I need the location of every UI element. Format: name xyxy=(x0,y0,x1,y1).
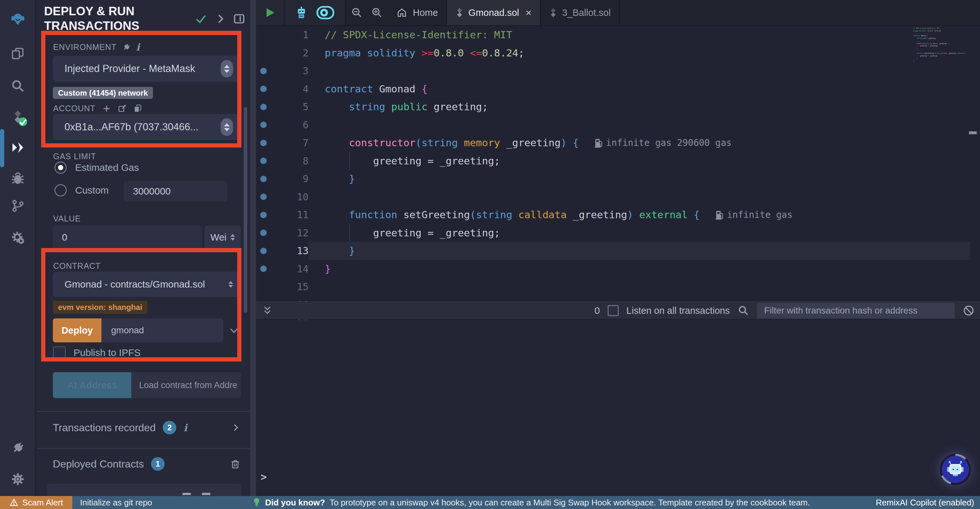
account-select[interactable]: 0xB1a...AF67b (7037.30466... xyxy=(53,114,241,140)
custom-gas-input[interactable]: 3000000 xyxy=(124,181,228,202)
gutter-dot-icon[interactable] xyxy=(256,68,271,74)
custom-gas-radio[interactable] xyxy=(54,184,67,196)
unit-updown-icon xyxy=(231,234,235,241)
tab-gmonad[interactable]: Gmonad.sol × xyxy=(447,0,541,25)
zoom-in-icon[interactable] xyxy=(371,7,383,19)
gutter-dot-icon[interactable] xyxy=(256,140,271,146)
panel-resize-handle[interactable] xyxy=(250,0,256,496)
code-editor[interactable]: 1// SPDX-License-Identifier: MIT2pragma … xyxy=(256,26,980,327)
line-number: 7 xyxy=(271,137,309,148)
file-explorer-icon[interactable] xyxy=(11,46,25,61)
code-line[interactable]: 14} xyxy=(256,260,980,278)
git-icon[interactable] xyxy=(11,199,25,213)
line-number: 4 xyxy=(271,83,309,95)
clear-console-icon[interactable] xyxy=(963,305,975,317)
line-number: 13 xyxy=(271,245,309,257)
settings-icon[interactable] xyxy=(11,472,25,486)
code-line[interactable]: 8 greeting = _greeting; xyxy=(256,152,980,170)
deploy-expand-chevron-icon[interactable] xyxy=(223,318,245,342)
gutter-dot-icon[interactable] xyxy=(256,265,271,272)
terminal-search-icon[interactable] xyxy=(738,305,749,316)
transactions-recorded-row[interactable]: Transactions recorded 2 i xyxy=(53,421,241,434)
zoom-out-icon[interactable] xyxy=(351,7,363,19)
gear-play-icon[interactable] xyxy=(11,230,25,245)
contract-updown-icon xyxy=(229,281,233,287)
git-init-status[interactable]: Initialize as git repo xyxy=(80,498,152,508)
transactions-expand-chevron[interactable] xyxy=(231,423,241,433)
at-address-input[interactable]: Load contract from Addre xyxy=(131,372,241,398)
panel-collapse-chevron[interactable] xyxy=(214,12,227,25)
remixai-assistant-button[interactable] xyxy=(940,454,971,485)
code-line[interactable]: 1// SPDX-License-Identifier: MIT xyxy=(256,26,980,44)
copy-account-icon[interactable] xyxy=(133,104,142,113)
code-line[interactable]: 13 } xyxy=(256,242,980,260)
line-number: 15 xyxy=(271,281,309,292)
gutter-dot-icon[interactable] xyxy=(256,193,271,200)
tab-ballot[interactable]: 3_Ballot.sol xyxy=(541,0,620,25)
deploy-button[interactable]: Deploy xyxy=(53,318,102,342)
code-line[interactable]: 9 } xyxy=(256,170,980,188)
environment-label: ENVIRONMENT xyxy=(53,43,117,52)
tab-home[interactable]: Home xyxy=(388,0,447,25)
gutter-dot-icon[interactable] xyxy=(256,248,271,254)
terminal-output[interactable]: > xyxy=(256,320,980,496)
debugger-icon[interactable] xyxy=(11,171,25,185)
deployed-contract-item[interactable] xyxy=(47,484,242,496)
value-unit-select[interactable]: Wei xyxy=(205,226,241,249)
at-address-button[interactable]: At Address xyxy=(53,372,131,398)
gutter-dot-icon[interactable] xyxy=(256,212,271,218)
plugin-manager-icon[interactable] xyxy=(11,441,25,455)
run-script-button[interactable] xyxy=(256,0,285,25)
edit-account-icon[interactable] xyxy=(118,104,127,113)
copilot-toggle-icon[interactable] xyxy=(316,6,334,19)
transactions-count-badge: 2 xyxy=(163,421,176,434)
copilot-status[interactable]: RemixAI Copilot (enabled) xyxy=(876,498,980,508)
value-label: VALUE xyxy=(53,214,81,223)
estimated-gas-radio[interactable] xyxy=(54,161,67,174)
code-line[interactable]: 7 constructor(string memory _greeting) {… xyxy=(256,134,980,152)
tx-filter-input[interactable]: Filter with transaction hash or address xyxy=(757,303,955,318)
home-icon xyxy=(397,8,407,18)
remixai-robot-icon[interactable] xyxy=(295,6,308,19)
environment-select[interactable]: Injected Provider - MetaMask xyxy=(53,56,241,82)
gutter-dot-icon[interactable] xyxy=(256,86,271,92)
search-icon[interactable] xyxy=(11,79,25,93)
value-input[interactable]: 0 xyxy=(53,226,202,249)
solidity-compiler-icon[interactable] xyxy=(11,110,25,124)
code-line[interactable]: 6 xyxy=(256,116,980,134)
code-line[interactable]: 5 string public greeting; xyxy=(256,98,980,116)
add-account-icon[interactable] xyxy=(102,104,111,113)
pin-panel-icon[interactable] xyxy=(233,12,246,25)
remix-logo[interactable] xyxy=(11,12,25,26)
expand-terminal-icon[interactable] xyxy=(262,305,273,316)
item-icon-fragment xyxy=(202,493,210,495)
code-line[interactable]: 10 xyxy=(256,188,980,206)
code-line[interactable]: 11 function setGreeting(string calldata … xyxy=(256,206,980,224)
scam-alert-button[interactable]: Scam Alert xyxy=(0,496,72,509)
ai-robot-face-icon xyxy=(945,460,966,480)
clear-deployed-trash-icon[interactable] xyxy=(230,458,241,469)
gutter-dot-icon[interactable] xyxy=(256,104,271,110)
deploy-param-input[interactable]: gmonad xyxy=(102,318,223,342)
gutter-dot-icon[interactable] xyxy=(256,230,271,236)
panel-scrollbar[interactable] xyxy=(244,107,247,313)
publish-ipfs-checkbox[interactable] xyxy=(53,346,66,359)
code-line[interactable]: 12 greeting = _greeting; xyxy=(256,224,980,242)
contract-select[interactable]: Gmonad - contracts/Gmonad.sol xyxy=(53,272,241,297)
listen-all-checkbox[interactable] xyxy=(608,305,619,316)
gas-limit-label: GAS LIMIT xyxy=(53,152,96,161)
code-line[interactable]: 2pragma solidity >=0.8.0 <=0.8.24; xyxy=(256,44,980,62)
code-line[interactable]: 15 xyxy=(256,278,980,296)
deploy-run-icon[interactable] xyxy=(11,140,25,155)
plug-icon[interactable] xyxy=(122,43,131,52)
publish-ipfs-label: Publish to IPFS xyxy=(73,347,141,358)
code-line[interactable]: 3 xyxy=(256,62,980,80)
close-tab-icon[interactable]: × xyxy=(526,7,532,19)
gutter-dot-icon[interactable] xyxy=(256,176,271,182)
environment-info-icon[interactable]: i xyxy=(136,41,140,53)
gutter-dot-icon[interactable] xyxy=(256,121,271,128)
code-line[interactable]: 4contract Gmonad { xyxy=(256,80,980,98)
account-label: ACCOUNT xyxy=(53,104,95,113)
gutter-dot-icon[interactable] xyxy=(256,158,271,164)
transactions-info-icon[interactable]: i xyxy=(183,422,187,434)
